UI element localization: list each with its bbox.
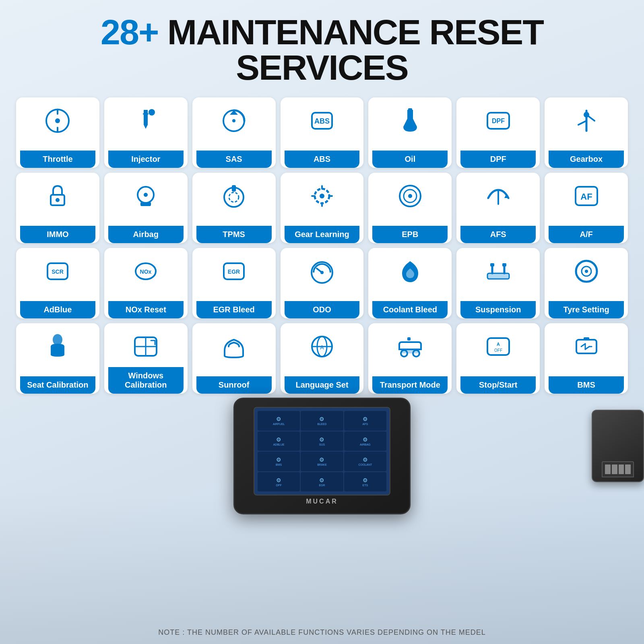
screen-cell-label: BRAKE <box>317 463 327 466</box>
svg-point-19 <box>229 192 239 202</box>
transport-icon <box>394 330 426 363</box>
service-tile-language[interactable]: ALanguage Set <box>281 323 364 394</box>
svg-text:EGR: EGR <box>228 268 240 275</box>
screen-cell: ⚙ADBLUE <box>258 431 300 451</box>
service-tile-gear-learning[interactable]: Gear Learning <box>281 173 364 243</box>
screen-cell-icon: ⚙ <box>363 416 368 422</box>
gear-learning-icon <box>306 180 338 212</box>
service-label-abs: ABS <box>285 151 360 168</box>
service-tile-gearbox[interactable]: Gearbox <box>545 97 628 168</box>
service-tile-sas[interactable]: SAS <box>192 97 276 168</box>
screen-cell-label: AIRBAG <box>360 443 370 446</box>
obd-plug <box>592 410 644 482</box>
nox-icon: NOx <box>130 255 162 287</box>
service-tile-odo[interactable]: ODO <box>281 248 364 318</box>
service-tile-coolant[interactable]: Coolant Bleed <box>368 248 452 318</box>
service-tile-nox[interactable]: NOxNOx Reset <box>104 248 188 318</box>
service-tile-sunroof[interactable]: Sunroof <box>192 323 276 394</box>
svg-rect-37 <box>487 273 509 279</box>
screen-cell: ⚙BRAKE <box>301 452 343 471</box>
service-label-windows: Windows Calibration <box>108 367 184 394</box>
services-grid: ThrottleInjectorSASABSABSOilDPFDPFGearbo… <box>0 93 644 398</box>
tyre-icon <box>570 255 603 287</box>
screen-cell: ⚙SUS <box>301 431 343 451</box>
service-tile-dpf[interactable]: DPFDPF <box>456 97 540 168</box>
immo-icon <box>41 180 74 212</box>
service-label-af: A/F <box>549 226 624 243</box>
service-label-airbag: Airbag <box>108 226 184 243</box>
screen-cell: ⚙EGR <box>301 472 343 492</box>
sas-icon <box>218 105 250 137</box>
service-tile-tpms[interactable]: TPMS <box>192 173 276 243</box>
screen-cell: ⚙AIRBAG <box>344 431 386 451</box>
service-label-dpf: DPF <box>460 151 536 168</box>
service-tile-airbag[interactable]: Airbag <box>104 173 188 243</box>
service-tile-transport[interactable]: Transport Mode <box>368 323 452 394</box>
screen-cell-label: DPF <box>276 484 282 487</box>
obd-pin <box>619 464 624 474</box>
odo-icon <box>306 255 338 287</box>
screen-cell-label: AIRFUEL <box>273 423 285 425</box>
service-label-throttle: Throttle <box>20 151 95 168</box>
service-label-afs: AFS <box>460 226 536 243</box>
screen-cell: ⚙DPF <box>258 472 300 492</box>
egr-icon: EGR <box>218 255 250 287</box>
service-tile-stopstart[interactable]: AOFFStop/Start <box>456 323 540 394</box>
service-tile-seat[interactable]: Seat Calibration <box>16 323 99 394</box>
service-tile-windows[interactable]: Windows Calibration <box>104 323 188 394</box>
service-tile-immo[interactable]: IMMO <box>16 173 99 243</box>
service-tile-suspension[interactable]: Suspension <box>456 248 540 318</box>
service-label-injector: Injector <box>108 151 184 168</box>
svg-point-6 <box>232 119 235 122</box>
header-text: MAINTENANCE RESET SERVICES <box>167 12 543 87</box>
screen-cell: ⚙ETS <box>344 472 386 492</box>
service-label-tpms: TPMS <box>196 226 272 243</box>
svg-rect-16 <box>140 202 151 206</box>
service-tile-injector[interactable]: Injector <box>104 97 188 168</box>
svg-text:A: A <box>497 342 500 347</box>
service-tile-oil[interactable]: Oil <box>368 97 452 168</box>
screen-cell-label: AFS <box>363 423 368 425</box>
obd-pin <box>625 464 631 474</box>
scanner-screen: ⚙AIRFUEL⚙BLEED⚙AFS⚙ADBLUE⚙SUS⚙AIRBAG⚙BMS… <box>254 407 390 495</box>
screen-cell-icon: ⚙ <box>276 456 281 463</box>
screen-cell-label: BLEED <box>318 423 327 425</box>
screen-cell-icon: ⚙ <box>319 477 324 483</box>
service-tile-bms[interactable]: BMS <box>545 323 628 394</box>
seat-icon <box>41 330 74 363</box>
screen-cell-label: BMS <box>276 463 282 466</box>
screen-cell-label: EGR <box>319 484 325 487</box>
service-tile-epb[interactable]: EPB <box>368 173 452 243</box>
svg-text:SCR: SCR <box>52 268 64 275</box>
page-wrapper: 28+ MAINTENANCE RESET SERVICES ThrottleI… <box>0 0 644 644</box>
service-tile-af[interactable]: AFA/F <box>545 173 628 243</box>
service-tile-abs[interactable]: ABSABS <box>281 97 364 168</box>
adblue-icon: SCR <box>41 255 74 287</box>
service-label-suspension: Suspension <box>460 301 536 318</box>
service-label-egr: EGR Bleed <box>196 301 272 318</box>
obd-pin <box>612 464 617 474</box>
service-label-stopstart: Stop/Start <box>460 376 536 394</box>
service-tile-adblue[interactable]: SCRAdBlue <box>16 248 99 318</box>
oil-icon <box>394 105 426 137</box>
service-label-odo: ODO <box>285 301 360 318</box>
svg-rect-57 <box>407 337 411 341</box>
service-label-coolant: Coolant Bleed <box>372 301 448 318</box>
svg-point-36 <box>320 271 324 274</box>
dpf-icon: DPF <box>482 105 514 137</box>
airbag-icon <box>130 180 162 212</box>
screen-cell-icon: ⚙ <box>363 436 368 443</box>
svg-rect-9 <box>408 108 412 111</box>
afs-icon <box>482 180 514 212</box>
service-label-gearbox: Gearbox <box>549 151 624 168</box>
gearbox-icon <box>570 105 603 137</box>
svg-text:ABS: ABS <box>314 117 330 125</box>
svg-text:DPF: DPF <box>492 118 505 124</box>
screen-cell-icon: ⚙ <box>276 436 281 443</box>
service-tile-throttle[interactable]: Throttle <box>16 97 99 168</box>
service-tile-afs[interactable]: AFS <box>456 173 540 243</box>
service-tile-egr[interactable]: EGREGR Bleed <box>192 248 276 318</box>
service-label-adblue: AdBlue <box>20 301 95 318</box>
abs-icon: ABS <box>306 105 338 137</box>
service-tile-tyre[interactable]: Tyre Setting <box>545 248 628 318</box>
